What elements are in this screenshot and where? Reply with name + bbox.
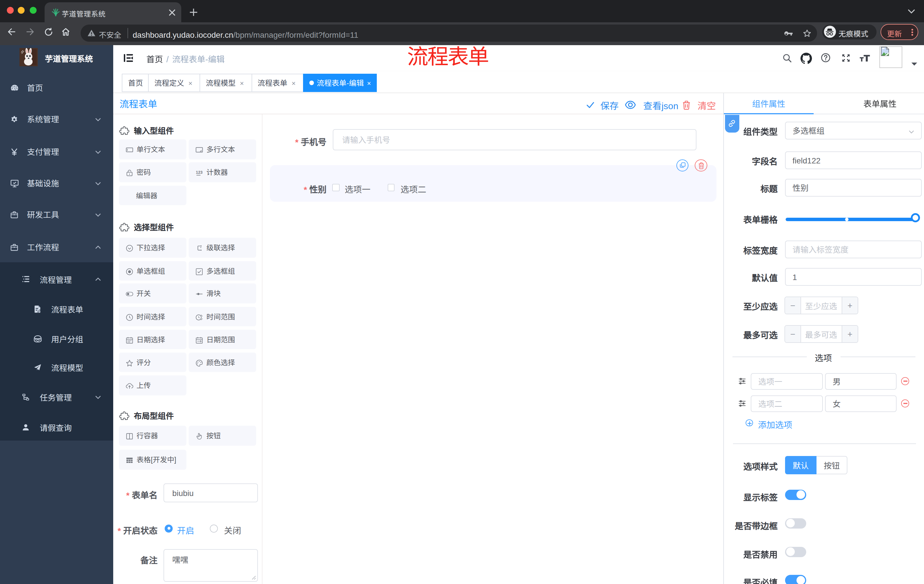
svg-text:123: 123 bbox=[196, 170, 203, 175]
